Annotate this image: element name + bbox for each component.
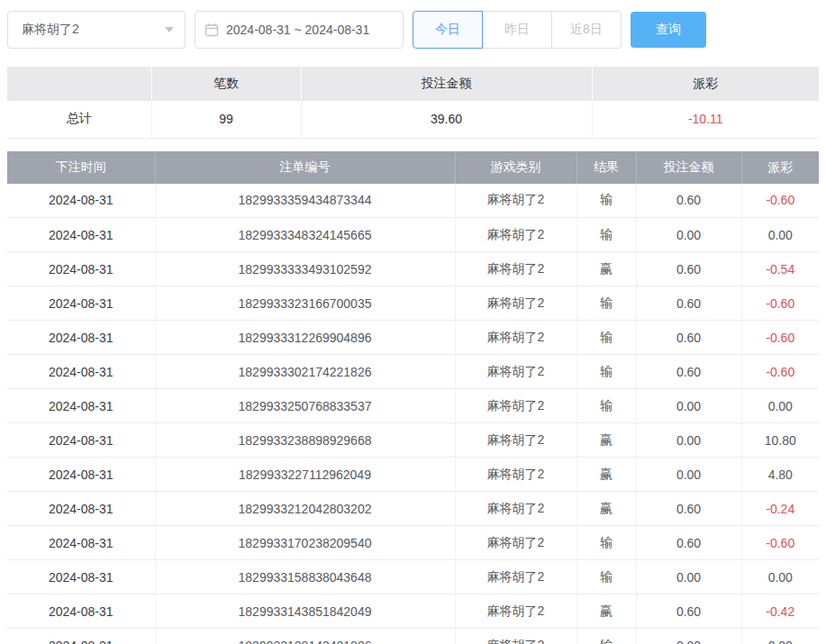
- cell-payout: -0.54: [741, 252, 819, 286]
- cell-payout: 0.00: [741, 389, 819, 423]
- cell-result: 输: [576, 184, 636, 218]
- cell-bet-amount: 0.60: [636, 526, 741, 560]
- cell-result: 输: [576, 389, 636, 423]
- cell-payout: -0.24: [741, 492, 819, 526]
- cell-bet-time: 2024-08-31: [7, 321, 155, 355]
- cell-bet-id: 1829933333493102592: [155, 252, 455, 286]
- cell-game-type: 麻将胡了2: [455, 629, 576, 644]
- summary-header-row: 笔数 投注金额 派彩: [7, 67, 819, 101]
- bet-records-table: 下注时间 注单编号 游戏类别 结果 投注金额 派彩 2024-08-311829…: [7, 151, 819, 644]
- cell-result: 输: [576, 629, 636, 644]
- cell-bet-id: 1829933348324145665: [155, 218, 455, 252]
- summary-header-empty: [7, 67, 151, 101]
- cell-bet-amount: 0.60: [636, 492, 741, 526]
- cell-bet-amount: 0.00: [636, 458, 741, 492]
- cell-payout: 4.80: [741, 458, 819, 492]
- table-row: 2024-08-311829933302174221826麻将胡了2输0.60-…: [7, 355, 819, 389]
- cell-bet-time: 2024-08-31: [7, 526, 155, 560]
- cell-result: 赢: [576, 594, 636, 629]
- cell-payout: 0.00: [741, 218, 819, 252]
- cell-bet-amount: 0.00: [636, 218, 741, 252]
- cell-result: 输: [576, 321, 636, 355]
- yesterday-button[interactable]: 昨日: [482, 11, 552, 49]
- cell-bet-time: 2024-08-31: [7, 458, 155, 492]
- summary-total-row: 总计 99 39.60 -10.11: [7, 101, 819, 138]
- bet-table-body: 2024-08-311829933359434873344麻将胡了2输0.60-…: [7, 184, 819, 644]
- cell-bet-id: 1829933323166700035: [155, 286, 455, 321]
- table-row: 2024-08-311829933323166700035麻将胡了2输0.60-…: [7, 286, 819, 321]
- cell-bet-time: 2024-08-31: [7, 389, 155, 423]
- cell-game-type: 麻将胡了2: [455, 389, 576, 423]
- header-bet-id: 注单编号: [155, 151, 455, 184]
- cell-bet-amount: 0.00: [636, 629, 741, 644]
- cell-result: 赢: [576, 492, 636, 526]
- bet-table-header-row: 下注时间 注单编号 游戏类别 结果 投注金额 派彩: [7, 151, 819, 184]
- cell-bet-id: 1829933212042803202: [155, 492, 455, 526]
- cell-bet-id: 1829933302174221826: [155, 355, 455, 389]
- summary-count-value: 99: [151, 101, 301, 138]
- cell-result: 输: [576, 526, 636, 560]
- cell-bet-id: 1829933227112962049: [155, 458, 455, 492]
- cell-result: 赢: [576, 458, 636, 492]
- cell-payout: -0.42: [741, 594, 819, 629]
- header-payout: 派彩: [741, 151, 819, 184]
- cell-game-type: 麻将胡了2: [455, 492, 576, 526]
- game-select-value: 麻将胡了2: [22, 22, 79, 38]
- cell-bet-id: 1829933250768833537: [155, 389, 455, 423]
- cell-payout: 0.00: [741, 629, 819, 644]
- cell-bet-time: 2024-08-31: [7, 286, 155, 321]
- chevron-down-icon: [165, 27, 174, 32]
- cell-payout: -0.60: [741, 286, 819, 321]
- cell-game-type: 麻将胡了2: [455, 423, 576, 458]
- table-row: 2024-08-311829933128143421826麻将胡了2输0.000…: [7, 629, 819, 644]
- cell-bet-id: 1829933359434873344: [155, 184, 455, 218]
- cell-bet-id: 1829933238898929668: [155, 423, 455, 458]
- cell-bet-amount: 0.60: [636, 594, 741, 629]
- cell-bet-amount: 0.60: [636, 286, 741, 321]
- cell-result: 赢: [576, 252, 636, 286]
- cell-game-type: 麻将胡了2: [455, 458, 576, 492]
- cell-result: 输: [576, 560, 636, 594]
- cell-bet-id: 1829933312269904896: [155, 321, 455, 355]
- cell-game-type: 麻将胡了2: [455, 594, 576, 629]
- summary-bet-amount-value: 39.60: [301, 101, 592, 138]
- header-result: 结果: [576, 151, 636, 184]
- game-select[interactable]: 麻将胡了2: [7, 11, 186, 49]
- cell-bet-amount: 0.60: [636, 184, 741, 218]
- cell-bet-id: 1829933143851842049: [155, 594, 455, 629]
- cell-payout: 0.00: [741, 560, 819, 594]
- cell-bet-time: 2024-08-31: [7, 594, 155, 629]
- calendar-icon: [204, 23, 219, 37]
- cell-bet-time: 2024-08-31: [7, 492, 155, 526]
- cell-bet-id: 1829933128143421826: [155, 629, 455, 644]
- cell-payout: -0.60: [741, 526, 819, 560]
- cell-game-type: 麻将胡了2: [455, 321, 576, 355]
- table-row: 2024-08-311829933212042803202麻将胡了2赢0.60-…: [7, 492, 819, 526]
- cell-bet-amount: 0.00: [636, 423, 741, 458]
- cell-payout: -0.60: [741, 355, 819, 389]
- betting-records-page: 麻将胡了2 2024-08-31 ~ 2024-08-31 今日 昨日 近8日 …: [0, 0, 826, 644]
- summary-total-label: 总计: [7, 101, 151, 138]
- cell-bet-amount: 0.60: [636, 355, 741, 389]
- cell-game-type: 麻将胡了2: [455, 184, 576, 218]
- cell-result: 输: [576, 286, 636, 321]
- date-range-picker[interactable]: 2024-08-31 ~ 2024-08-31: [195, 11, 404, 49]
- last-8-days-button[interactable]: 近8日: [551, 11, 622, 49]
- cell-bet-time: 2024-08-31: [7, 252, 155, 286]
- table-row: 2024-08-311829933250768833537麻将胡了2输0.000…: [7, 389, 819, 423]
- cell-payout: -0.60: [741, 184, 819, 218]
- query-button[interactable]: 查询: [631, 12, 706, 48]
- table-row: 2024-08-311829933143851842049麻将胡了2赢0.60-…: [7, 594, 819, 629]
- cell-bet-amount: 0.00: [636, 389, 741, 423]
- cell-bet-time: 2024-08-31: [7, 423, 155, 458]
- cell-result: 赢: [576, 423, 636, 458]
- table-row: 2024-08-311829933333493102592麻将胡了2赢0.60-…: [7, 252, 819, 286]
- table-row: 2024-08-311829933348324145665麻将胡了2输0.000…: [7, 218, 819, 252]
- summary-payout-value: -10.11: [592, 101, 819, 138]
- cell-bet-time: 2024-08-31: [7, 218, 155, 252]
- summary-table: 笔数 投注金额 派彩 总计 99 39.60 -10.11: [7, 67, 819, 139]
- summary-header-count: 笔数: [151, 67, 301, 101]
- today-button[interactable]: 今日: [413, 11, 483, 49]
- cell-game-type: 麻将胡了2: [455, 252, 576, 286]
- table-row: 2024-08-311829933158838043648麻将胡了2输0.000…: [7, 560, 819, 594]
